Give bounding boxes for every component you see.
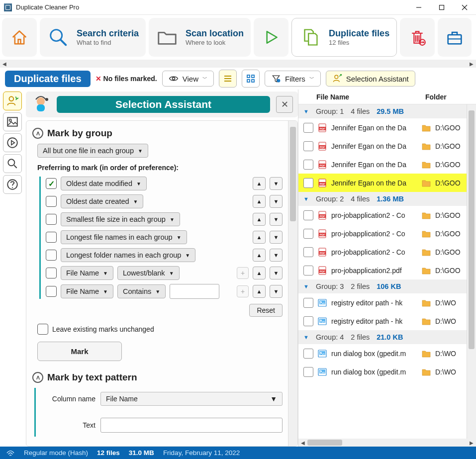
text-input[interactable] bbox=[100, 418, 283, 433]
col-filename[interactable]: File Name bbox=[316, 93, 425, 101]
rule-checkbox[interactable] bbox=[46, 214, 57, 225]
file-row[interactable]: PDFpro-jobapplication2.pdfD:\GOO bbox=[298, 261, 467, 279]
file-checkbox[interactable] bbox=[303, 229, 313, 239]
file-checkbox[interactable] bbox=[303, 298, 313, 308]
col-folder[interactable]: Folder bbox=[425, 93, 467, 101]
move-down-button[interactable]: ▼ bbox=[270, 231, 283, 244]
file-row[interactable]: registry editor path - hkD:\WO bbox=[298, 293, 467, 312]
rule-combo[interactable]: Longest file names in each group▼ bbox=[61, 230, 187, 244]
rule-checkbox[interactable] bbox=[46, 268, 57, 278]
move-up-button[interactable]: ▲ bbox=[253, 285, 266, 298]
file-checkbox[interactable] bbox=[303, 123, 313, 133]
maximize-button[interactable] bbox=[430, 0, 453, 15]
add-rule-button[interactable]: + bbox=[237, 285, 249, 297]
group-header[interactable]: ▼Group: 14 files29.5 MB bbox=[298, 104, 467, 118]
group-header[interactable]: ▼Group: 32 files106 KB bbox=[298, 279, 467, 293]
scan-location-button[interactable]: Scan locationWhere to look bbox=[149, 18, 251, 57]
file-row[interactable]: registry editor path - hkD:\WO bbox=[298, 312, 467, 330]
group-header[interactable]: ▼Group: 24 files1.36 MB bbox=[298, 192, 467, 206]
rule-combo[interactable]: Smallest file size in each group▼ bbox=[61, 212, 180, 226]
filters-button[interactable]: Filters﹀ bbox=[265, 71, 321, 87]
move-up-button[interactable]: ▲ bbox=[253, 213, 266, 226]
move-down-button[interactable]: ▼ bbox=[270, 177, 283, 190]
leave-checkbox[interactable] bbox=[37, 324, 48, 335]
minimize-button[interactable] bbox=[407, 0, 430, 15]
list-scrollbar-thumb[interactable] bbox=[469, 110, 475, 349]
move-down-button[interactable]: ▼ bbox=[270, 249, 283, 262]
rail-image[interactable] bbox=[3, 112, 22, 131]
file-checkbox[interactable] bbox=[303, 316, 313, 326]
group-header[interactable]: ▼Group: 42 files21.0 KB bbox=[298, 330, 467, 344]
list-hscrollbar[interactable]: ◀ ▶ bbox=[298, 439, 476, 447]
file-row[interactable]: run dialog box (gpedit.mD:\WO bbox=[298, 363, 467, 381]
move-up-button[interactable]: ▲ bbox=[253, 231, 266, 244]
duplicate-files-button[interactable]: Duplicate files12 files bbox=[291, 18, 397, 57]
rule-combo2[interactable]: Contains▼ bbox=[117, 284, 166, 298]
rule-combo[interactable]: Longest folder names in each group▼ bbox=[61, 248, 195, 262]
file-checkbox[interactable] bbox=[303, 160, 313, 170]
move-down-button[interactable]: ▼ bbox=[270, 213, 283, 226]
scan-button[interactable] bbox=[254, 18, 288, 57]
file-row[interactable]: PDFpro-jobapplication2 - CoD:\GOO bbox=[298, 243, 467, 261]
reset-button[interactable]: Reset bbox=[249, 304, 283, 317]
rule-checkbox[interactable] bbox=[46, 196, 57, 207]
rail-search[interactable] bbox=[3, 154, 22, 173]
scroll-right-icon[interactable]: ▶ bbox=[467, 439, 476, 447]
file-checkbox[interactable] bbox=[303, 247, 313, 257]
move-up-button[interactable]: ▲ bbox=[253, 177, 266, 190]
close-button[interactable] bbox=[453, 0, 476, 15]
sa-close-button[interactable]: ✕ bbox=[276, 96, 293, 113]
rule-checkbox[interactable] bbox=[46, 286, 57, 297]
scroll-left-icon[interactable]: ◀ bbox=[0, 60, 9, 68]
rail-play[interactable] bbox=[3, 133, 22, 152]
file-row[interactable]: PDFJennifer Egan on the DaD:\GOO bbox=[298, 118, 467, 137]
toolbar-scrollbar[interactable]: ◀ ▶ bbox=[0, 60, 476, 68]
hscroll-thumb[interactable] bbox=[307, 440, 342, 446]
rule-combo[interactable]: Oldest date created▼ bbox=[61, 194, 143, 208]
tools-button[interactable] bbox=[438, 18, 472, 57]
rail-help[interactable] bbox=[3, 175, 22, 194]
move-up-button[interactable]: ▲ bbox=[253, 195, 266, 208]
rule-combo[interactable]: File Name▼ bbox=[61, 266, 113, 280]
scroll-left-icon[interactable]: ◀ bbox=[298, 439, 307, 447]
file-checkbox[interactable] bbox=[303, 141, 313, 151]
sa-scrollbar-thumb[interactable] bbox=[290, 127, 296, 221]
collapse-icon[interactable]: ʌ bbox=[32, 372, 43, 383]
delete-button[interactable] bbox=[400, 18, 435, 57]
move-down-button[interactable]: ▼ bbox=[270, 195, 283, 208]
scroll-right-icon[interactable]: ▶ bbox=[467, 60, 476, 68]
rail-selection-assistant[interactable] bbox=[3, 92, 22, 110]
file-row[interactable]: PDFpro-jobapplication2 - CoD:\GOO bbox=[298, 224, 467, 243]
selection-assistant-button[interactable]: Selection Assistant bbox=[326, 71, 415, 87]
move-up-button[interactable]: ▲ bbox=[253, 267, 266, 279]
rule-checkbox[interactable] bbox=[46, 250, 57, 261]
file-checkbox[interactable] bbox=[303, 178, 313, 188]
column-name-combo[interactable]: File Name▼ bbox=[100, 392, 283, 406]
rule-checkbox[interactable] bbox=[46, 178, 57, 189]
move-up-button[interactable]: ▲ bbox=[253, 249, 266, 262]
file-row[interactable]: PDFJennifer Egan on the DaD:\GOO bbox=[298, 174, 467, 192]
rule-combo[interactable]: File Name▼ bbox=[61, 284, 113, 298]
rule-checkbox[interactable] bbox=[46, 232, 57, 243]
file-row[interactable]: PDFpro-jobapplication2 - CoD:\GOO bbox=[298, 206, 467, 224]
mark-button[interactable]: Mark bbox=[37, 342, 122, 361]
file-checkbox[interactable] bbox=[303, 349, 313, 359]
view-menu-button[interactable]: View﹀ bbox=[162, 71, 214, 87]
rule-combo2[interactable]: Lowest/blank▼ bbox=[117, 266, 180, 280]
view-grid-button[interactable] bbox=[242, 70, 260, 88]
move-down-button[interactable]: ▼ bbox=[270, 285, 283, 298]
group-mode-combo[interactable]: All but one file in each group▼ bbox=[37, 144, 148, 158]
file-row[interactable]: PDFJennifer Egan on the DaD:\GOO bbox=[298, 155, 467, 174]
file-row[interactable]: run dialog box (gpedit.mD:\WO bbox=[298, 344, 467, 363]
add-rule-button[interactable]: + bbox=[237, 267, 249, 279]
file-checkbox[interactable] bbox=[303, 367, 313, 377]
collapse-icon[interactable]: ʌ bbox=[32, 128, 43, 139]
file-checkbox[interactable] bbox=[303, 210, 313, 220]
mark-by-group-title[interactable]: ʌ Mark by group bbox=[32, 128, 283, 139]
move-down-button[interactable]: ▼ bbox=[270, 267, 283, 279]
view-list-button[interactable] bbox=[219, 70, 237, 88]
rule-combo[interactable]: Oldest date modified▼ bbox=[61, 177, 147, 190]
search-criteria-button[interactable]: Search criteriaWhat to find bbox=[40, 18, 146, 57]
file-row[interactable]: PDFJennifer Egan on the DaD:\GOO bbox=[298, 137, 467, 155]
home-button[interactable] bbox=[2, 18, 37, 57]
